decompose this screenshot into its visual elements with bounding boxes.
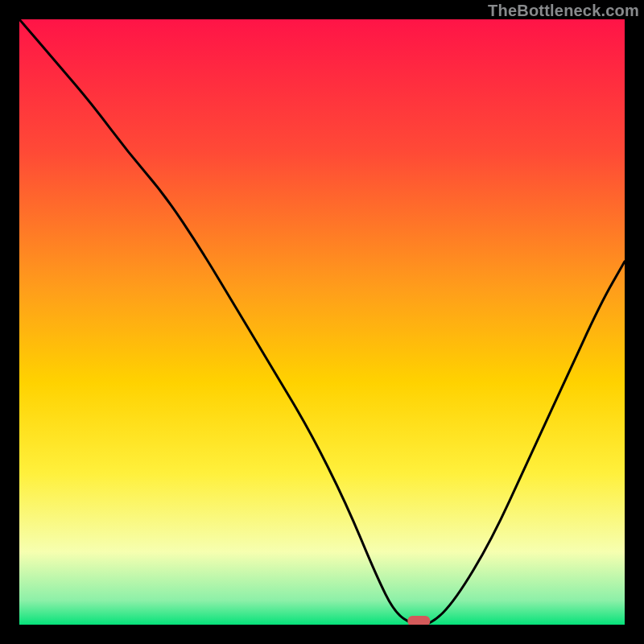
plot-area [19, 19, 625, 625]
attribution-label: TheBottleneck.com [488, 2, 639, 20]
chart-container: TheBottleneck.com [0, 0, 644, 644]
optimal-marker [407, 616, 430, 625]
gradient-background [19, 19, 625, 625]
bottleneck-curve-chart [19, 19, 625, 625]
